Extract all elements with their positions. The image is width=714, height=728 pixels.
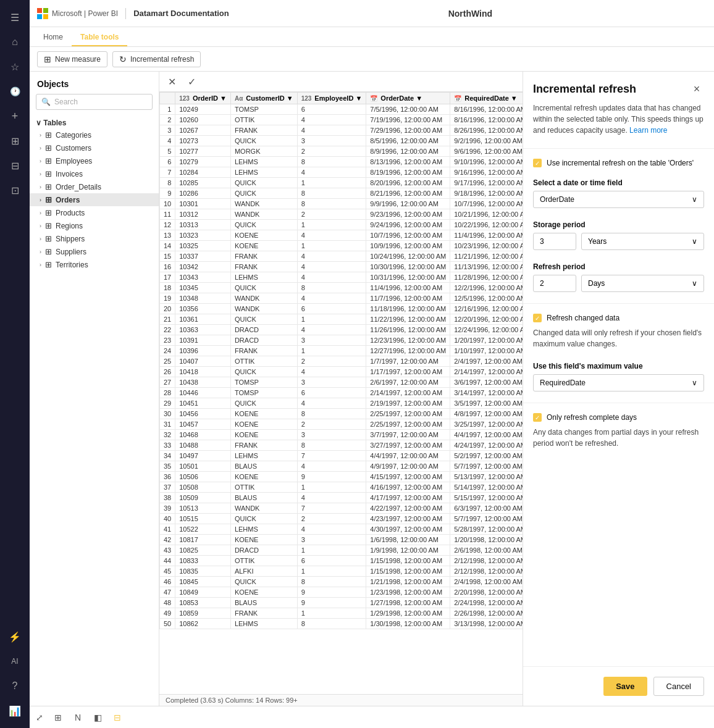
row-number: 16 bbox=[160, 262, 175, 272]
date-field-select[interactable]: OrderDate ∨ bbox=[533, 191, 704, 208]
brand-name: Microsoft | Power BI bbox=[52, 9, 118, 18]
row-number: 2 bbox=[160, 115, 175, 125]
data-table-wrapper[interactable]: 123 OrderID ▼ Aα CustomerID ▼ 123 Employ… bbox=[159, 92, 523, 694]
sidebar-icon-data[interactable]: ⊟ bbox=[4, 154, 26, 177]
table-cell: 3 bbox=[297, 535, 366, 545]
table-icon: ⊞ bbox=[45, 130, 52, 140]
table-cell: 10301 bbox=[175, 199, 231, 209]
use-incremental-checkbox-row[interactable]: ✓ Use incremental refresh on the table '… bbox=[523, 154, 714, 172]
expand-icon[interactable]: ⤢ bbox=[36, 713, 43, 722]
table-cell: FRANK bbox=[230, 346, 297, 356]
bottom-tab-schema[interactable]: ◧ bbox=[89, 709, 106, 726]
sidebar-item-regions[interactable]: › ⊞ Regions bbox=[30, 219, 159, 232]
only-complete-checkbox-row[interactable]: ✓ Only refresh complete days bbox=[523, 408, 714, 427]
sidebar-item-products[interactable]: › ⊞ Products bbox=[30, 206, 159, 219]
row-number: 18 bbox=[160, 283, 175, 293]
row-number: 5 bbox=[160, 146, 175, 157]
save-button[interactable]: Save bbox=[603, 677, 647, 696]
checkbox-check-icon: ✓ bbox=[535, 315, 540, 322]
new-measure-button[interactable]: ⊞ New measure bbox=[37, 51, 107, 67]
sidebar-item-shippers[interactable]: › ⊞ Shippers bbox=[30, 232, 159, 245]
item-label: Categories bbox=[56, 131, 91, 140]
chevron-right-icon: › bbox=[40, 210, 41, 216]
table-row: 4910859FRANK11/29/1998, 12:00:00 AM2/26/… bbox=[160, 608, 523, 619]
col-header-requireddate[interactable]: 📅 RequiredDate ▼ bbox=[450, 93, 523, 104]
sidebar-icon-model[interactable]: ⊡ bbox=[4, 179, 26, 201]
confirm-edit-button[interactable]: ✓ bbox=[184, 74, 199, 89]
col-header-orderdate[interactable]: 📅 OrderDate ▼ bbox=[366, 93, 450, 104]
sidebar-icon-star[interactable]: ☆ bbox=[4, 56, 26, 78]
refresh-number-input[interactable] bbox=[533, 275, 576, 292]
table-cell: 1/6/1998, 12:00:00 AM bbox=[366, 535, 450, 545]
date-field-section: Select a date or time field OrderDate ∨ bbox=[523, 172, 714, 214]
col-header-customerid[interactable]: Aα CustomerID ▼ bbox=[230, 93, 297, 104]
sidebar-icon-qa[interactable]: ? bbox=[4, 675, 26, 697]
table-cell: 4/4/1997, 12:00:00 AM bbox=[366, 451, 450, 461]
search-box[interactable]: 🔍 Search bbox=[36, 94, 153, 110]
table-row: 2610418QUICK41/17/1997, 12:00:00 AM2/14/… bbox=[160, 367, 523, 377]
sidebar-icon-menu[interactable]: ☰ bbox=[4, 6, 26, 28]
refresh-changed-checkbox-row[interactable]: ✓ Refresh changed data bbox=[523, 309, 714, 327]
sidebar-icon-clock[interactable]: 🕐 bbox=[4, 80, 26, 103]
table-cell: 10/7/1996, 12:00:00 AM bbox=[450, 199, 523, 209]
sidebar-icon-analytics[interactable]: ⚡ bbox=[4, 625, 26, 648]
table-cell: 5/14/1997, 12:00:00 AM bbox=[450, 482, 523, 493]
sidebar-item-categories[interactable]: › ⊞ Categories bbox=[30, 128, 159, 141]
sidebar-item-customers[interactable]: › ⊞ Customers bbox=[30, 141, 159, 154]
sidebar-item-invoices[interactable]: › ⊞ Invoices bbox=[30, 167, 159, 180]
bottom-tab-grid[interactable]: ⊞ bbox=[49, 709, 67, 726]
table-cell: 2/24/1998, 12:00:00 AM bbox=[450, 598, 523, 608]
table-cell: 10446 bbox=[175, 388, 231, 398]
sidebar-item-territories[interactable]: › ⊞ Territories bbox=[30, 258, 159, 271]
storage-number-input[interactable] bbox=[533, 233, 576, 250]
table-cell: 11/28/1996, 12:00:00 AM bbox=[450, 272, 523, 283]
max-value-select[interactable]: RequiredDate ∨ bbox=[533, 374, 704, 391]
sidebar-icon-pages[interactable]: ⊞ bbox=[4, 130, 26, 152]
sidebar-item-suppliers[interactable]: › ⊞ Suppliers bbox=[30, 245, 159, 258]
storage-unit-select[interactable]: Years ∨ bbox=[581, 233, 704, 250]
table-cell: 5/2/1997, 12:00:00 AM bbox=[450, 451, 523, 461]
sidebar-item-orders[interactable]: › ⊞ Orders bbox=[30, 193, 159, 206]
table-cell: 10/22/1996, 12:00:00 AM bbox=[450, 220, 523, 230]
table-cell: 2/14/1997, 12:00:00 AM bbox=[450, 367, 523, 377]
item-label: Orders bbox=[56, 196, 80, 204]
refresh-changed-checkbox[interactable]: ✓ bbox=[533, 314, 542, 322]
table-cell: 8 bbox=[297, 188, 366, 199]
use-incremental-checkbox[interactable]: ✓ bbox=[533, 159, 542, 167]
refresh-unit-select[interactable]: Days ∨ bbox=[581, 275, 704, 292]
incremental-refresh-button[interactable]: ↻ Incremental refresh bbox=[112, 51, 201, 67]
row-number: 32 bbox=[160, 430, 175, 440]
table-cell: 10501 bbox=[175, 461, 231, 472]
row-number: 50 bbox=[160, 619, 175, 629]
col-header-employeeid[interactable]: 123 EmployeeID ▼ bbox=[297, 93, 366, 104]
row-number: 46 bbox=[160, 577, 175, 587]
table-cell: 5/15/1997, 12:00:00 AM bbox=[450, 493, 523, 503]
tab-home[interactable]: Home bbox=[35, 29, 72, 46]
item-label: Employees bbox=[56, 157, 92, 165]
learn-more-link[interactable]: Learn more bbox=[629, 126, 667, 135]
cancel-edit-button[interactable]: ✕ bbox=[164, 74, 179, 89]
bottom-tab-chart[interactable]: N bbox=[69, 709, 86, 726]
sidebar-item-employees[interactable]: › ⊞ Employees bbox=[30, 154, 159, 167]
refresh-period-section: Refresh period Days ∨ bbox=[523, 256, 714, 298]
sidebar-icon-chart[interactable]: 📊 bbox=[4, 700, 26, 722]
table-cell: BLAUS bbox=[230, 493, 297, 503]
table-row: 2210363DRACD411/26/1996, 12:00:00 AM12/2… bbox=[160, 325, 523, 335]
table-cell: 10/23/1996, 12:00:00 AM bbox=[450, 241, 523, 251]
microsoft-logo-icon bbox=[37, 8, 48, 19]
tab-table-tools[interactable]: Table tools bbox=[72, 29, 127, 46]
sidebar-item-order-details[interactable]: › ⊞ Order_Details bbox=[30, 180, 159, 193]
close-button[interactable]: × bbox=[689, 82, 704, 96]
only-complete-checkbox[interactable]: ✓ bbox=[533, 413, 542, 422]
refresh-unit-value: Days bbox=[588, 279, 605, 288]
sidebar-icon-ai[interactable]: AI bbox=[4, 650, 26, 672]
table-cell: 8 bbox=[297, 440, 366, 451]
bottom-tab-settings[interactable]: ⊟ bbox=[109, 709, 126, 726]
sidebar-icon-home[interactable]: ⌂ bbox=[4, 31, 26, 53]
col-header-orderid[interactable]: 123 OrderID ▼ bbox=[175, 93, 231, 104]
table-cell: 10/24/1996, 12:00:00 AM bbox=[366, 251, 450, 262]
table-cell: 10279 bbox=[175, 157, 231, 167]
table-cell: 5/7/1997, 12:00:00 AM bbox=[450, 514, 523, 524]
cancel-button[interactable]: Cancel bbox=[653, 677, 704, 696]
sidebar-icon-plus[interactable]: + bbox=[4, 105, 26, 127]
